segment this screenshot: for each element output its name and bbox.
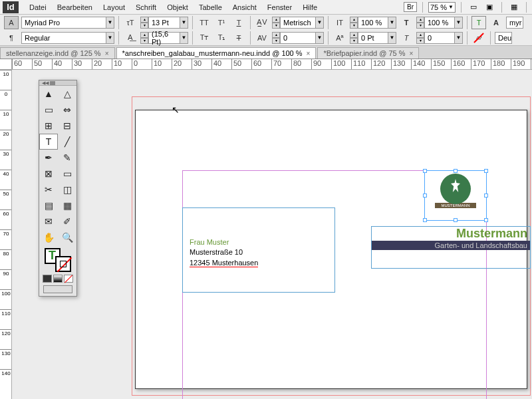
hscale-field[interactable]: ▴▾100 %▼: [416, 17, 463, 29]
skew-field[interactable]: ▴▾0▼: [416, 32, 463, 44]
content-collector-tool[interactable]: ⊞: [39, 118, 58, 134]
rectangle-frame-tool[interactable]: ⊠: [39, 166, 58, 182]
tracking-value: 0: [280, 32, 316, 44]
font-size-value: 13 Pt: [148, 17, 180, 29]
close-icon[interactable]: ×: [105, 50, 109, 57]
address-frame[interactable]: Frau Muster Musterstraße 10 12345 Muster…: [182, 207, 335, 293]
scissors-tool[interactable]: ✂: [39, 182, 58, 198]
kerning-field[interactable]: ▴▾Metrisch▼: [272, 17, 324, 29]
leading-field[interactable]: ▴▾(15,6 Pt)▼: [140, 32, 188, 44]
font-style-value: Regular: [21, 32, 106, 44]
zoom-tool[interactable]: 🔍: [58, 229, 76, 245]
bridge-button[interactable]: Br: [404, 2, 417, 12]
content-placer-tool[interactable]: ⊟: [58, 118, 76, 134]
underline-icon[interactable]: T: [231, 16, 246, 29]
char-mode-icon[interactable]: A: [4, 16, 19, 29]
control-panel: A Myriad Pro▼ τT ▴▾13 Pt▼ TT T¹ T A̲V ▴▾…: [0, 15, 532, 46]
kerning-icon: A̲V: [255, 16, 269, 29]
menu-bar: Id Datei Bearbeiten Layout Schrift Objek…: [0, 0, 532, 15]
view-options-icon[interactable]: ▭: [467, 1, 480, 13]
baseline-icon: Aª: [332, 31, 347, 45]
hscale-icon: T: [399, 16, 414, 29]
ruler-origin[interactable]: [0, 59, 12, 70]
company-frame[interactable]: Mustermann Garten- und Landschaftsbau: [371, 226, 531, 269]
app-logo: Id: [3, 1, 19, 13]
free-transform-tool[interactable]: ◫: [58, 182, 76, 198]
menu-bearbeiten[interactable]: Bearbeiten: [52, 1, 98, 13]
font-family-field[interactable]: Myriad Pro▼: [21, 17, 114, 29]
rectangle-tool[interactable]: ▭: [58, 166, 76, 182]
menu-fenster[interactable]: Fenster: [262, 1, 297, 13]
font-style-field[interactable]: Regular▼: [21, 32, 114, 44]
direct-selection-tool[interactable]: △: [58, 86, 76, 102]
menu-hilfe[interactable]: Hilfe: [297, 1, 323, 13]
note-tool[interactable]: ✉: [39, 213, 58, 229]
para-mode-icon[interactable]: ¶: [4, 31, 19, 45]
hand-tool[interactable]: ✋: [39, 229, 58, 245]
apply-color-icon[interactable]: [43, 275, 52, 283]
gap-tool[interactable]: ⇔: [58, 102, 76, 118]
line-tool[interactable]: ╱: [58, 134, 76, 150]
logo-icon: [432, 172, 479, 205]
ruler-horizontal[interactable]: 6050403020100102030405060708090100110120…: [12, 59, 532, 70]
recipient-name: Frau Muster: [190, 237, 328, 247]
language-field[interactable]: Deu: [495, 32, 512, 44]
page-tool[interactable]: ▭: [39, 102, 58, 118]
toolbox-grip[interactable]: ◀◀: [39, 80, 76, 86]
gradient-feather-tool[interactable]: ▦: [58, 198, 76, 213]
skew-value: 0: [424, 32, 455, 44]
gradient-swatch-tool[interactable]: ▤: [39, 198, 58, 213]
type-tool[interactable]: T: [39, 134, 58, 150]
strike-icon[interactable]: T: [231, 31, 246, 45]
fill-stroke-swatch[interactable]: T: [45, 248, 71, 272]
tracking-icon: AV: [255, 31, 269, 45]
tab-label: *Briefpapier.indd @ 75 %: [323, 49, 405, 57]
zoom-level[interactable]: 75 %▼: [428, 2, 456, 13]
char-style-icon[interactable]: A: [489, 16, 503, 29]
vscale-icon: IT: [332, 16, 347, 29]
menu-ansicht[interactable]: Ansicht: [227, 1, 262, 13]
zoom-value: 75 %: [430, 3, 447, 11]
menu-objekt[interactable]: Objekt: [162, 1, 194, 13]
ruler-vertical[interactable]: 100102030405060708090100110120130140: [0, 70, 12, 399]
logo-frame[interactable]: MUSTERMANN: [424, 170, 487, 221]
tab-stellenanzeige[interactable]: stellenanzeige.indd @ 125 %×: [0, 47, 115, 59]
screen-mode-icon[interactable]: ▣: [483, 1, 496, 13]
stroke-color-icon[interactable]: ▱: [471, 31, 486, 45]
search-mini[interactable]: myr: [506, 17, 523, 29]
view-mode-icon[interactable]: [43, 285, 72, 293]
stroke-swatch[interactable]: [55, 256, 71, 272]
font-size-field[interactable]: ▴▾13 Pt▼: [140, 17, 188, 29]
close-icon[interactable]: ×: [307, 50, 311, 57]
tab-briefpapier[interactable]: *Briefpapier.indd @ 75 %×: [317, 47, 419, 59]
char-color-icon[interactable]: T: [471, 16, 486, 29]
close-icon[interactable]: ×: [410, 50, 414, 57]
baseline-value: 0 Pt: [358, 32, 388, 44]
tab-anschreiben[interactable]: *anschreiben_galabau_mustermann-neu.indd…: [116, 47, 317, 59]
font-size-icon: τT: [123, 16, 138, 29]
apply-gradient-icon[interactable]: [53, 275, 63, 283]
pen-tool[interactable]: ✒: [39, 150, 58, 166]
menu-schrift[interactable]: Schrift: [130, 1, 162, 13]
toolbox: ◀◀ ▲ △ ▭ ⇔ ⊞ ⊟ T ╱ ✒ ✎ ⊠ ▭ ✂ ◫ ▤ ▦ ✉ ✐ ✋: [39, 80, 77, 297]
vscale-field[interactable]: ▴▾100 %▼: [350, 17, 396, 29]
menu-tabelle[interactable]: Tabelle: [194, 1, 227, 13]
leading-value: (15,6 Pt): [148, 32, 180, 44]
canvas[interactable]: ◀◀ ▲ △ ▭ ⇔ ⊞ ⊟ T ╱ ✒ ✎ ⊠ ▭ ✂ ◫ ▤ ▦ ✉ ✐ ✋: [12, 70, 532, 399]
menu-datei[interactable]: Datei: [24, 1, 52, 13]
smallcaps-icon[interactable]: Tᴛ: [197, 31, 211, 45]
eyedropper-tool[interactable]: ✐: [58, 213, 76, 229]
selection-tool[interactable]: ▲: [39, 86, 58, 102]
pencil-tool[interactable]: ✎: [58, 150, 76, 166]
apply-none-icon[interactable]: [64, 275, 73, 283]
recipient-city: 12345 Musterhausen: [190, 258, 328, 268]
hscale-value: 100 %: [424, 17, 455, 29]
menu-layout[interactable]: Layout: [98, 1, 130, 13]
tracking-field[interactable]: ▴▾0▼: [272, 32, 324, 44]
subscript-icon[interactable]: T₁: [214, 31, 229, 45]
company-tagline: Garten- und Landschaftsbau: [372, 241, 530, 250]
allcaps-icon[interactable]: TT: [197, 16, 211, 29]
baseline-field[interactable]: ▴▾0 Pt▼: [350, 32, 396, 44]
superscript-icon[interactable]: T¹: [214, 16, 229, 29]
arrange-icon[interactable]: ▦: [507, 1, 521, 13]
